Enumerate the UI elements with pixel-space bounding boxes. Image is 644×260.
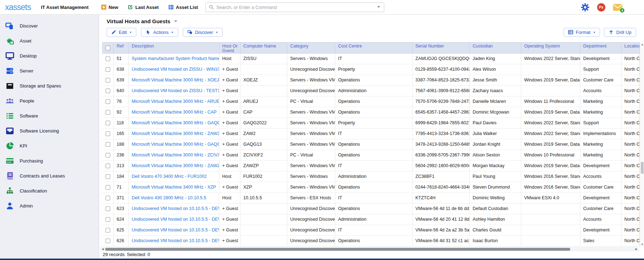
- edit-button[interactable]: Edit▼: [107, 28, 136, 37]
- row-checkbox[interactable]: [106, 185, 110, 190]
- cell-description[interactable]: Undiscovered VM hosted on 10.10.5.5 - DE…: [129, 236, 219, 246]
- vertical-scrollbar[interactable]: ▲ ▼: [640, 42, 644, 247]
- column-header-custodian[interactable]: Custodian: [470, 42, 521, 53]
- sidebar-item-classification[interactable]: Classification: [0, 183, 99, 198]
- table-row[interactable]: 118Microsoft Virtual Machine 3000 MHz - …: [102, 118, 640, 129]
- cell-description[interactable]: Undiscovered VM hosted on ZISSU - TEST12: [129, 86, 219, 96]
- sidebar-item-desktop[interactable]: Desktop: [0, 48, 99, 63]
- search-input[interactable]: [216, 5, 377, 10]
- table-row[interactable]: 76Microsoft Virtual Machine 3000 MHz - A…: [102, 96, 640, 107]
- cell-description[interactable]: Microsoft Virtual Machine 3400 MHz - XZP: [129, 182, 219, 192]
- sidebar-item-discover[interactable]: Discover: [0, 18, 99, 33]
- drill-up-button[interactable]: Drill Up: [604, 28, 636, 37]
- sidebar-item-software-licensing[interactable]: Software Licensing: [0, 123, 99, 138]
- scroll-up-arrow[interactable]: ▲: [640, 43, 644, 46]
- row-checkbox[interactable]: [106, 206, 110, 211]
- cell-description[interactable]: System manufacturer System Product Name …: [129, 54, 219, 64]
- table-row[interactable]: 371Dell Vostro 430 2800 MHz - 10.10.5.5H…: [102, 193, 640, 204]
- table-row[interactable]: 638Undiscovered VM hosted on ZISSU - WIN…: [102, 64, 640, 75]
- discover-button[interactable]: Discover▼: [183, 28, 223, 37]
- table-row[interactable]: 624Undiscovered VM hosted on 10.10.5.5 -…: [102, 214, 640, 225]
- row-checkbox[interactable]: [106, 78, 110, 82]
- xassets-logo[interactable]: xassets: [5, 2, 31, 12]
- table-row[interactable]: 625Undiscovered VM hosted on 10.10.5.5 -…: [102, 225, 640, 236]
- row-checkbox[interactable]: [106, 67, 110, 72]
- user-avatar[interactable]: Px: [597, 3, 605, 11]
- table-row[interactable]: 92Microsoft Virtual Machine 3000 MHz - C…: [102, 107, 640, 118]
- column-header-computer-name[interactable]: Computer Name: [240, 42, 287, 53]
- table-row[interactable]: 640Undiscovered VM hosted on ZISSU - TES…: [102, 86, 640, 96]
- scroll-right-arrow[interactable]: ▶: [634, 248, 639, 251]
- row-checkbox[interactable]: [106, 56, 110, 61]
- row-checkbox[interactable]: [106, 196, 110, 200]
- row-checkbox[interactable]: [106, 131, 110, 136]
- table-row[interactable]: 184Dell Vostro 470 3400 MHz - FUR1002Hos…: [102, 171, 640, 182]
- table-row[interactable]: 623Undiscovered VM hosted on 10.10.5.5 -…: [102, 204, 640, 214]
- topnav-last-asset[interactable]: Last Asset: [127, 4, 158, 10]
- row-checkbox[interactable]: [106, 164, 110, 168]
- table-row[interactable]: 626Undiscovered VM hosted on 10.10.5.5 -…: [102, 236, 640, 246]
- cell-description[interactable]: Dell Vostro 430 2800 MHz - 10.10.5.5: [129, 193, 219, 203]
- cell-description[interactable]: Microsoft Virtual Machine 3000 MHz - ZCI…: [129, 150, 219, 160]
- column-header-location[interactable]: Location: [621, 42, 640, 53]
- column-header-ref[interactable]: Ref: [114, 42, 129, 53]
- chevron-down-icon[interactable]: [377, 6, 381, 9]
- cell-description[interactable]: Microsoft Virtual Machine 3000 MHz - ARU…: [129, 96, 219, 107]
- mail-icon[interactable]: 4: [613, 4, 623, 11]
- column-header-serial-number[interactable]: Serial Number: [413, 42, 470, 53]
- sidebar-item-admin[interactable]: Admin: [0, 198, 99, 213]
- column-header-description[interactable]: Description: [129, 42, 219, 53]
- sidebar-item-contracts-and-leases[interactable]: Contracts and Leases: [0, 168, 99, 183]
- sidebar-item-storage-and-spares[interactable]: Storage and Spares: [0, 78, 99, 93]
- cell-description[interactable]: Undiscovered VM hosted on ZISSU - WIN10T…: [129, 64, 219, 75]
- table-row[interactable]: 313Microsoft Virtual Machine 3000 MHz - …: [102, 161, 640, 171]
- gear-icon[interactable]: [581, 3, 590, 12]
- table-row[interactable]: 71Microsoft Virtual Machine 3400 MHz - X…: [102, 182, 640, 193]
- row-checkbox[interactable]: [106, 239, 110, 243]
- row-checkbox[interactable]: [106, 110, 110, 115]
- table-row[interactable]: 51System manufacturer System Product Nam…: [102, 54, 640, 64]
- table-row[interactable]: 188Microsoft Virtual Machine 3000 MHz - …: [102, 139, 640, 150]
- column-header-operating-system[interactable]: Operating System: [521, 42, 580, 53]
- sidebar-item-purchasing[interactable]: Purchasing: [0, 153, 99, 168]
- cell-description[interactable]: Microsoft Virtual Machine 3000 MHz - ZAW…: [129, 161, 219, 171]
- cell-description[interactable]: Microsoft Virtual Machine 3000 MHz - ZAW…: [129, 129, 219, 139]
- cell-description[interactable]: Microsoft Virtual Machine 3000 MHz - GAQ…: [129, 118, 219, 128]
- cell-description[interactable]: Undiscovered VM hosted on 10.10.5.5 - DE…: [129, 204, 219, 214]
- cell-description[interactable]: Undiscovered VM hosted on 10.10.5.5 - DE…: [129, 214, 219, 225]
- row-checkbox[interactable]: [106, 142, 110, 147]
- select-all-checkbox[interactable]: [106, 46, 110, 50]
- row-checkbox[interactable]: [106, 217, 110, 222]
- actions-button[interactable]: Actions▼: [141, 28, 178, 37]
- row-checkbox[interactable]: [106, 153, 110, 158]
- row-checkbox[interactable]: [106, 99, 110, 104]
- cell-description[interactable]: Microsoft Virtual Machine 3000 MHz - XOE…: [129, 75, 219, 85]
- horizontal-scroll-thumb[interactable]: [105, 248, 570, 251]
- table-row[interactable]: 639Microsoft Virtual Machine 3000 MHz - …: [102, 75, 640, 86]
- horizontal-scrollbar[interactable]: ◀ ▶: [100, 247, 639, 251]
- cell-description[interactable]: Dell Vostro 470 3400 MHz - FUR1002: [129, 171, 219, 182]
- sidebar-item-server[interactable]: Server: [0, 63, 99, 78]
- vertical-scroll-thumb[interactable]: [641, 162, 644, 174]
- column-header-department[interactable]: Department: [580, 42, 621, 53]
- topnav-new[interactable]: New: [101, 4, 118, 10]
- cell-description[interactable]: Microsoft Virtual Machine 3000 MHz - GAQ…: [129, 139, 219, 150]
- command-search-box[interactable]: [205, 2, 384, 12]
- scroll-left-arrow[interactable]: ◀: [100, 248, 105, 251]
- cell-description[interactable]: Undiscovered VM hosted on 10.10.5.5 - DE…: [129, 225, 219, 235]
- row-checkbox[interactable]: [106, 121, 110, 125]
- row-checkbox[interactable]: [106, 89, 110, 93]
- format-button[interactable]: Format▼: [564, 28, 600, 37]
- sidebar-item-kpi[interactable]: KPI: [0, 138, 99, 153]
- sidebar-item-software[interactable]: Software: [0, 108, 99, 123]
- column-header-host-or-guest[interactable]: Host Or Guest: [219, 42, 240, 53]
- column-header-cost-centre[interactable]: Cost Centre: [335, 42, 413, 53]
- scroll-down-arrow[interactable]: ▼: [640, 243, 644, 246]
- table-row[interactable]: 236Microsoft Virtual Machine 3000 MHz - …: [102, 150, 640, 161]
- column-header-category[interactable]: Category: [287, 42, 335, 53]
- sidebar-item-people[interactable]: People: [0, 93, 99, 108]
- topnav-asset-list[interactable]: Asset List: [168, 4, 198, 10]
- sidebar-item-asset[interactable]: Asset: [0, 33, 99, 48]
- row-checkbox[interactable]: [106, 174, 110, 179]
- row-checkbox[interactable]: [106, 228, 110, 232]
